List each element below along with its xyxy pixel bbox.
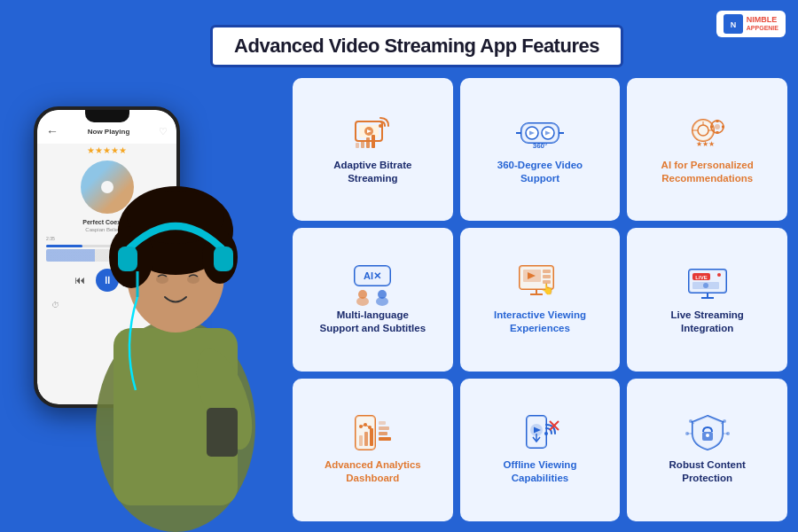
svg-rect-23 bbox=[366, 137, 370, 148]
svg-rect-22 bbox=[361, 140, 364, 148]
svg-rect-45 bbox=[722, 125, 724, 128]
svg-text:360°: 360° bbox=[533, 142, 548, 150]
feature-card-content-protection: Robust ContentProtection bbox=[627, 379, 787, 521]
phone-notch bbox=[85, 110, 129, 122]
svg-rect-43 bbox=[716, 131, 718, 134]
feature-card-analytics: Advanced AnalyticsDashboard bbox=[293, 379, 453, 521]
offline-viewing-icon bbox=[516, 414, 564, 451]
phone-timer-icon[interactable]: ⏱ bbox=[51, 301, 59, 309]
logo-area: N NIMBLE APPGENIE bbox=[716, 11, 786, 37]
svg-rect-44 bbox=[710, 125, 713, 128]
svg-rect-21 bbox=[356, 143, 359, 148]
svg-rect-58 bbox=[543, 270, 551, 273]
feature-card-offline-viewing: Offline ViewingCapabilities bbox=[460, 379, 621, 521]
feature-card-live-streaming: LIVE Live StreamingIntegration bbox=[627, 228, 787, 371]
svg-rect-13 bbox=[207, 408, 238, 457]
feature-label-live-streaming: Live StreamingIntegration bbox=[670, 309, 743, 335]
svg-rect-24 bbox=[372, 135, 375, 148]
feature-card-ai-recommendations: ★★★ AI for PersonalizedRecommendations bbox=[627, 78, 787, 221]
feature-card-adaptive-bitrate: Adaptive BitrateStreaming bbox=[293, 78, 453, 221]
logo-brand: NIMBLE bbox=[747, 15, 778, 25]
feature-card-multilanguage: AI✕ Multi-languageSupport and Subtitles bbox=[293, 228, 453, 371]
svg-point-53 bbox=[376, 297, 388, 306]
svg-text:👆: 👆 bbox=[541, 282, 554, 295]
feature-label-ai-recommendations: AI for PersonalizedRecommendations bbox=[661, 159, 754, 185]
interactive-viewing-icon: 👆 bbox=[516, 264, 564, 301]
feature-label-multilanguage: Multi-languageSupport and Subtitles bbox=[320, 309, 426, 335]
live-streaming-icon: LIVE bbox=[684, 264, 732, 301]
ai-recommendations-icon: ★★★ bbox=[684, 114, 732, 152]
feature-grid: Adaptive BitrateStreaming 360° 360-De bbox=[293, 78, 787, 521]
content-protection-icon bbox=[684, 414, 732, 451]
svg-rect-81 bbox=[379, 421, 386, 425]
svg-rect-9 bbox=[118, 246, 137, 271]
analytics-icon bbox=[348, 414, 396, 451]
feature-label-360-video: 360-Degree VideoSupport bbox=[497, 159, 583, 185]
svg-point-20 bbox=[379, 124, 382, 128]
svg-rect-82 bbox=[379, 426, 389, 430]
phone-back-button[interactable]: ← bbox=[46, 124, 59, 138]
svg-rect-76 bbox=[364, 432, 368, 446]
svg-point-69 bbox=[703, 283, 708, 288]
svg-rect-10 bbox=[214, 246, 233, 271]
svg-rect-77 bbox=[370, 428, 373, 446]
logo-icon: N bbox=[724, 14, 743, 34]
svg-text:LIVE: LIVE bbox=[695, 275, 707, 280]
svg-rect-83 bbox=[379, 432, 387, 435]
page-title-wrapper: Advanced Video Streaming App Features bbox=[142, 25, 692, 67]
svg-text:AI✕: AI✕ bbox=[364, 270, 381, 281]
feature-card-interactive-viewing: 👆 Interactive ViewingExperiences bbox=[460, 228, 621, 371]
svg-rect-42 bbox=[716, 120, 718, 122]
svg-point-41 bbox=[715, 124, 720, 129]
phone-elapsed: 2:35 bbox=[46, 236, 55, 241]
svg-rect-84 bbox=[379, 437, 391, 441]
svg-text:N: N bbox=[731, 20, 737, 29]
feature-label-content-protection: Robust ContentProtection bbox=[669, 458, 746, 485]
svg-point-94 bbox=[706, 434, 709, 437]
svg-point-51 bbox=[356, 297, 369, 306]
svg-text:★★★: ★★★ bbox=[696, 140, 715, 148]
svg-rect-59 bbox=[543, 275, 551, 278]
person-image bbox=[69, 133, 282, 514]
page-title: Advanced Video Streaming App Features bbox=[210, 25, 623, 67]
feature-label-analytics: Advanced AnalyticsDashboard bbox=[325, 458, 421, 485]
multilanguage-icon: AI✕ bbox=[348, 264, 396, 301]
360-video-icon: 360° bbox=[516, 114, 564, 152]
feature-label-offline-viewing: Offline ViewingCapabilities bbox=[504, 458, 577, 485]
logo-sub: APPGENIE bbox=[747, 25, 778, 32]
svg-point-89 bbox=[544, 432, 548, 435]
svg-point-72 bbox=[717, 273, 721, 277]
feature-card-360-video: 360° 360-Degree VideoSupport bbox=[460, 78, 621, 221]
svg-rect-65 bbox=[689, 270, 726, 293]
feature-label-adaptive-bitrate: Adaptive BitrateStreaming bbox=[333, 159, 411, 185]
phone-section: ← Now Playing ♡ ★★★★★ Perfect Coexis... … bbox=[16, 80, 282, 514]
logo-text: NIMBLE APPGENIE bbox=[747, 15, 778, 32]
svg-rect-75 bbox=[359, 435, 363, 446]
feature-label-interactive-viewing: Interactive ViewingExperiences bbox=[494, 309, 586, 335]
adaptive-bitrate-icon bbox=[348, 114, 396, 152]
